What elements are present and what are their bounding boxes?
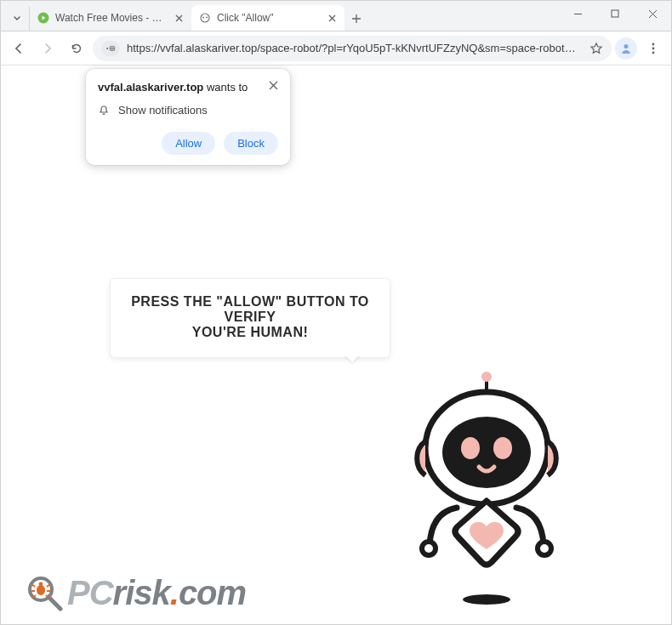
svg-point-16 — [442, 417, 531, 488]
verify-human-bubble: PRESS THE "ALLOW" BUTTON TO VERIFY YOU'R… — [110, 278, 390, 358]
browser-toolbar: https://vvfal.alaskariver.top/space-robo… — [1, 31, 671, 65]
svg-point-9 — [624, 43, 628, 48]
maximize-button[interactable] — [596, 1, 634, 26]
svg-point-1 — [201, 14, 209, 22]
svg-point-17 — [461, 437, 480, 459]
svg-point-19 — [422, 542, 436, 555]
svg-rect-8 — [111, 48, 114, 49]
svg-line-26 — [31, 584, 35, 587]
allow-button[interactable]: Allow — [162, 132, 215, 155]
browser-titlebar: Watch Free Movies - 123movie Click "Allo… — [1, 1, 671, 31]
svg-point-2 — [202, 17, 204, 19]
svg-point-25 — [39, 582, 43, 586]
svg-point-5 — [106, 47, 108, 48]
url-text: https://vvfal.alaskariver.top/space-robo… — [127, 42, 583, 54]
bubble-line1: PRESS THE "ALLOW" BUTTON TO VERIFY — [124, 294, 376, 325]
svg-point-14 — [481, 372, 492, 382]
magnifier-bug-icon — [26, 575, 64, 612]
block-button[interactable]: Block — [224, 132, 278, 155]
close-icon[interactable] — [269, 81, 278, 90]
bubble-line2: YOU'RE HUMAN! — [124, 325, 376, 340]
notification-permission-prompt: vvfal.alaskariver.top wants to Show noti… — [86, 69, 290, 165]
svg-line-23 — [48, 597, 60, 609]
back-button[interactable] — [6, 36, 31, 61]
play-icon — [37, 11, 50, 25]
svg-rect-7 — [111, 47, 114, 48]
tab-active[interactable]: Click "Allow" — [191, 5, 345, 31]
tab-label: Watch Free Movies - 123movie — [55, 12, 168, 24]
robot-favicon-icon — [198, 11, 212, 25]
svg-point-24 — [37, 585, 45, 595]
kebab-menu-icon[interactable] — [641, 36, 666, 61]
new-tab-button[interactable] — [345, 7, 368, 31]
svg-point-21 — [463, 594, 510, 605]
minimize-button[interactable] — [559, 1, 596, 26]
close-icon[interactable] — [173, 12, 185, 24]
close-window-button[interactable] — [634, 1, 671, 26]
tab-search-button[interactable] — [4, 7, 30, 31]
svg-rect-4 — [612, 10, 618, 17]
svg-point-10 — [652, 43, 655, 45]
pcrisk-watermark: PCrisk.com — [26, 574, 246, 612]
tab-inactive[interactable]: Watch Free Movies - 123movie — [30, 5, 191, 31]
svg-point-12 — [652, 51, 655, 54]
svg-point-3 — [206, 17, 208, 19]
svg-point-11 — [652, 47, 655, 49]
tab-label: Click "Allow" — [217, 12, 321, 24]
svg-point-18 — [493, 437, 512, 459]
bookmark-star-icon[interactable] — [589, 42, 603, 55]
close-icon[interactable] — [326, 12, 338, 24]
prompt-domain: vvfal.alaskariver.top — [98, 81, 203, 94]
site-settings-icon[interactable] — [101, 41, 120, 56]
forward-button[interactable] — [35, 36, 60, 61]
prompt-wants: wants to — [203, 81, 248, 94]
bell-icon — [98, 105, 110, 116]
svg-rect-6 — [110, 46, 114, 50]
robot-illustration — [397, 372, 576, 610]
window-controls — [559, 1, 671, 26]
page-content: vvfal.alaskariver.top wants to Show noti… — [1, 65, 671, 624]
profile-avatar[interactable] — [615, 37, 637, 60]
watermark-text: PCrisk.com — [67, 574, 246, 612]
prompt-notification-label: Show notifications — [118, 104, 208, 116]
svg-line-27 — [47, 584, 50, 587]
address-bar[interactable]: https://vvfal.alaskariver.top/space-robo… — [93, 36, 612, 61]
reload-button[interactable] — [64, 36, 89, 61]
svg-point-20 — [538, 542, 551, 555]
